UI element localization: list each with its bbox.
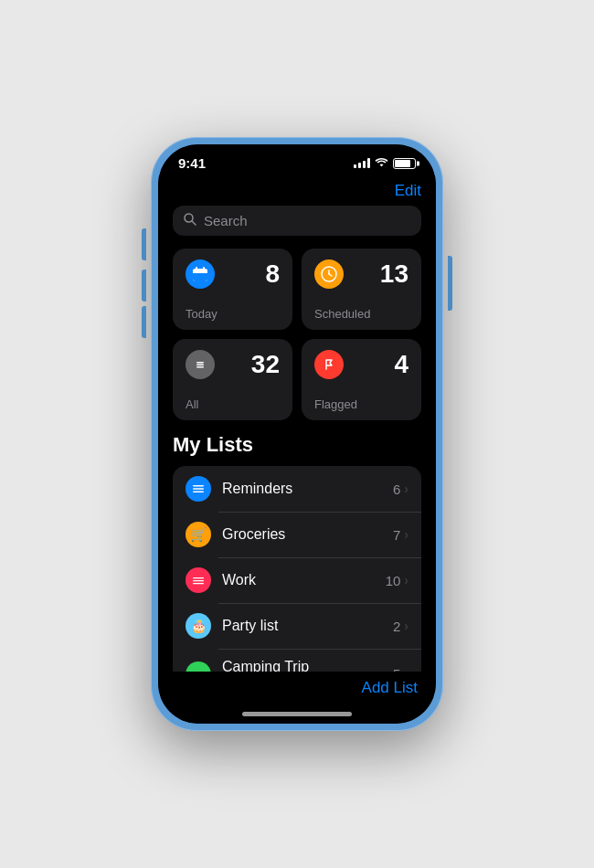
all-count: 32 bbox=[251, 350, 280, 379]
list-item-party[interactable]: 🎂 Party list 2 › bbox=[173, 603, 421, 649]
flagged-card[interactable]: 4 Flagged bbox=[302, 339, 421, 420]
smart-folders-grid: 8 8 Today bbox=[173, 249, 421, 420]
groceries-count: 7 bbox=[393, 527, 400, 543]
list-item-camping[interactable]: 🚗 Camping Trip Shared with Mandy Dempsey… bbox=[173, 649, 421, 672]
svg-rect-13 bbox=[196, 362, 204, 364]
svg-rect-17 bbox=[193, 485, 204, 487]
signal-icon bbox=[354, 158, 370, 168]
today-label: Today bbox=[186, 307, 280, 321]
search-icon bbox=[184, 213, 196, 228]
scheduled-label: Scheduled bbox=[314, 307, 408, 321]
camping-count: 5 bbox=[393, 666, 400, 672]
home-bar bbox=[242, 712, 352, 716]
list-item-work[interactable]: Work 10 › bbox=[173, 557, 421, 603]
list-item-reminders[interactable]: Reminders 6 › bbox=[173, 466, 421, 512]
all-label: All bbox=[186, 397, 280, 411]
work-icon bbox=[186, 567, 211, 593]
phone-screen: 9:41 bbox=[158, 144, 436, 724]
party-count: 2 bbox=[393, 619, 400, 634]
reminders-count: 6 bbox=[393, 482, 400, 497]
groceries-name: Groceries bbox=[222, 526, 393, 543]
svg-rect-15 bbox=[196, 366, 204, 368]
svg-rect-14 bbox=[196, 365, 204, 366]
status-time: 9:41 bbox=[178, 155, 206, 171]
edit-row: Edit bbox=[173, 175, 421, 206]
svg-rect-22 bbox=[193, 583, 204, 584]
svg-rect-20 bbox=[193, 577, 204, 578]
svg-rect-19 bbox=[193, 491, 204, 492]
notch bbox=[242, 144, 352, 167]
status-icons bbox=[354, 157, 416, 170]
all-card[interactable]: 32 All bbox=[173, 339, 292, 420]
camping-chevron: › bbox=[404, 667, 408, 672]
list-item-groceries[interactable]: 🛒 Groceries 7 › bbox=[173, 512, 421, 557]
screen: 9:41 bbox=[158, 144, 436, 724]
camping-name: Camping Trip bbox=[222, 659, 393, 672]
work-chevron: › bbox=[404, 573, 408, 587]
flagged-icon bbox=[314, 350, 344, 379]
scheduled-card[interactable]: 13 Scheduled bbox=[302, 249, 421, 330]
party-chevron: › bbox=[404, 619, 408, 633]
scheduled-icon bbox=[314, 259, 344, 289]
groceries-icon: 🛒 bbox=[186, 522, 211, 547]
lists-container: Reminders 6 › 🛒 Groceries bbox=[173, 466, 421, 672]
bottom-bar: Add List bbox=[158, 672, 436, 712]
today-icon: 8 bbox=[186, 259, 215, 289]
svg-line-1 bbox=[192, 221, 196, 225]
camping-icon: 🚗 bbox=[186, 662, 211, 672]
my-lists-title: My Lists bbox=[173, 433, 421, 457]
home-indicator bbox=[158, 712, 436, 724]
today-count: 8 bbox=[265, 259, 280, 289]
reminders-name: Reminders bbox=[222, 481, 393, 497]
svg-text:8: 8 bbox=[198, 274, 202, 281]
svg-rect-18 bbox=[193, 488, 204, 490]
edit-button[interactable]: Edit bbox=[395, 182, 421, 200]
party-icon: 🎂 bbox=[186, 613, 211, 639]
all-icon bbox=[186, 350, 215, 379]
main-content[interactable]: Edit Search bbox=[158, 175, 436, 672]
search-bar[interactable]: Search bbox=[173, 206, 421, 236]
flagged-label: Flagged bbox=[314, 397, 408, 411]
work-count: 10 bbox=[386, 573, 401, 588]
groceries-chevron: › bbox=[404, 527, 408, 542]
svg-rect-8 bbox=[203, 267, 205, 270]
scheduled-count: 13 bbox=[380, 259, 408, 289]
add-list-button[interactable]: Add List bbox=[362, 679, 418, 697]
wifi-icon bbox=[375, 157, 388, 170]
svg-rect-7 bbox=[196, 267, 197, 270]
svg-rect-5 bbox=[193, 271, 207, 273]
search-placeholder: Search bbox=[204, 213, 248, 228]
svg-rect-21 bbox=[193, 580, 204, 581]
work-name: Work bbox=[222, 572, 386, 588]
flagged-count: 4 bbox=[394, 350, 408, 379]
today-card[interactable]: 8 8 Today bbox=[173, 249, 292, 330]
reminders-icon bbox=[186, 476, 211, 502]
reminders-chevron: › bbox=[404, 482, 408, 496]
phone-frame: 9:41 bbox=[151, 137, 443, 731]
battery-icon bbox=[393, 158, 416, 169]
party-name: Party list bbox=[222, 618, 393, 634]
